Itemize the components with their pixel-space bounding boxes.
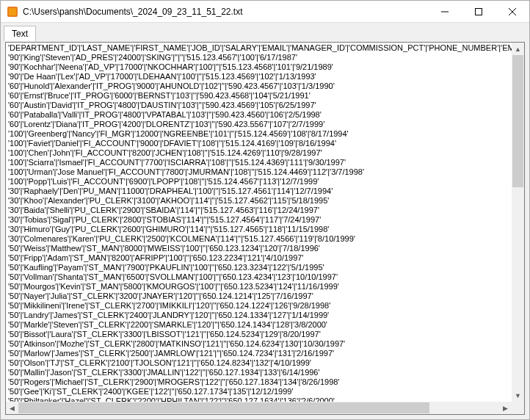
text-line: '60'|'Hunold'|'Alexander'|'IT_PROG'|'900…	[8, 82, 509, 91]
text-line: '50'|'Olson'|'TJ'|'ST_CLERK'|'2100'|'TJO…	[8, 358, 509, 368]
text-line: '30'|'Colmenares'|'Karen'|'PU_CLERK'|'25…	[8, 234, 509, 244]
scroll-right-icon[interactable]: ▶	[499, 402, 512, 414]
text-line: '50'|'Gee'|'Ki'|'ST_CLERK'|'2400'|'KGEE'…	[8, 387, 509, 397]
text-line: '60'|'Ernst'|'Bruce'|'IT_PROG'|'6000'|'B…	[8, 91, 509, 101]
text-line: '50'|'Mourgos'|'Kevin'|'ST_MAN'|'5800'|'…	[8, 282, 509, 292]
text-line: '100'|'Urman'|'Jose Manuel'|'FI_ACCOUNT'…	[8, 167, 509, 177]
text-line: '30'|'Baida'|'Shelli'|'PU_CLERK'|'2900'|…	[8, 206, 509, 215]
text-line: '90'|'Kochhar'|'Neena'|'AD_VP'|'17000'|'…	[8, 62, 509, 72]
tab-text[interactable]: Text	[4, 26, 36, 41]
text-line: '30'|'Himuro'|'Guy'|'PU_CLERK'|'2600'|'G…	[8, 225, 509, 234]
horizontal-scrollbar[interactable]: ◀ ▶	[6, 402, 512, 414]
text-line: '30'|'Tobias'|'Sigal'|'PU_CLERK'|'2800'|…	[8, 215, 509, 225]
vertical-scroll-thumb[interactable]	[512, 55, 523, 187]
titlebar[interactable]: C:\Users\pansh\Documents\_2024_09_23_11_…	[1, 1, 529, 23]
tabstrip: Text	[1, 23, 529, 40]
text-line: '90'|'King'|'Steven'|'AD_PRES'|'24000'|'…	[8, 53, 509, 62]
close-button[interactable]	[495, 1, 529, 23]
text-line: '50'|'Philtanker'|'Hazel'|'ST_CLERK'|'22…	[8, 397, 509, 402]
text-line: '50'|'Rogers'|'Michael'|'ST_CLERK'|'2900…	[8, 377, 509, 387]
text-line: '100'|'Chen'|'John'|'FI_ACCOUNT'|'8200'|…	[8, 148, 509, 158]
text-line: '30'|'Raphaely'|'Den'|'PU_MAN'|'11000'|'…	[8, 187, 509, 196]
text-line: '50'|'Mikkilineni'|'Irene'|'ST_CLERK'|'2…	[8, 301, 509, 311]
vertical-scrollbar[interactable]: ▲ ▼	[512, 43, 524, 402]
window-title: C:\Users\pansh\Documents\_2024_09_23_11_…	[23, 7, 428, 17]
scroll-up-icon[interactable]: ▲	[512, 43, 524, 55]
window: C:\Users\pansh\Documents\_2024_09_23_11_…	[0, 0, 530, 420]
text-line: '100'|'Sciarra'|'Ismael'|'FI_ACCOUNT'|'7…	[8, 158, 509, 167]
text-line: '60'|'Austin'|'David'|'IT_PROG'|'4800'|'…	[8, 101, 509, 110]
text-line: '90'|'De Haan'|'Lex'|'AD_VP'|'17000'|'LD…	[8, 72, 509, 82]
text-line: '60'|'Pataballa'|'Valli'|'IT_PROG'|'4800…	[8, 110, 509, 120]
text-line: '100'|'Faviet'|'Daniel'|'FI_ACCOUNT'|'90…	[8, 139, 509, 148]
text-line: '50'|'Kaufling'|'Payam'|'ST_MAN'|'7900'|…	[8, 263, 509, 272]
minimize-button[interactable]	[428, 1, 462, 23]
text-line: '30'|'Khoo'|'Alexander'|'PU_CLERK'|'3100…	[8, 196, 509, 206]
text-line: '50'|'Fripp'|'Adam'|'ST_MAN'|'8200'|'AFR…	[8, 253, 509, 263]
text-line: '50'|'Bissot'|'Laura'|'ST_CLERK'|'3300'|…	[8, 330, 509, 339]
text-line: '50'|'Atkinson'|'Mozhe'|'ST_CLERK'|'2800…	[8, 339, 509, 349]
text-line: '50'|'Mallin'|'Jason'|'ST_CLERK'|'3300'|…	[8, 368, 509, 377]
app-icon	[7, 6, 18, 18]
text-line: '50'|'Marlow'|'James'|'ST_CLERK'|'2500'|…	[8, 349, 509, 358]
textbox[interactable]: 'DEPARTMENT_ID'|'LAST_NAME'|'FIRST_NAME'…	[6, 43, 512, 402]
svg-rect-3	[476, 8, 482, 15]
text-line: '50'|'Nayer'|'Julia'|'ST_CLERK'|'3200'|'…	[8, 292, 509, 301]
scroll-down-icon[interactable]: ▼	[512, 389, 524, 402]
text-line: '100'|'Greenberg'|'Nancy'|'FI_MGR'|'1200…	[8, 129, 509, 139]
text-line: '60'|'Lorentz'|'Diana'|'IT_PROG'|'4200'|…	[8, 120, 509, 129]
text-line: '100'|'Popp'|'Luis'|'FI_ACCOUNT'|'6900'|…	[8, 177, 509, 187]
text-line: '50'|'Markle'|'Steven'|'ST_CLERK'|'2200'…	[8, 320, 509, 330]
scroll-corner	[512, 402, 524, 414]
text-line: 'DEPARTMENT_ID'|'LAST_NAME'|'FIRST_NAME'…	[8, 43, 509, 53]
content-area: 'DEPARTMENT_ID'|'LAST_NAME'|'FIRST_NAME'…	[1, 40, 529, 419]
svg-rect-1	[9, 8, 16, 15]
text-line: '50'|'Vollman'|'Shanta'|'ST_MAN'|'6500'|…	[8, 272, 509, 282]
horizontal-scroll-thumb[interactable]	[18, 402, 429, 413]
text-line: '50'|'Weiss'|'Matthew'|'ST_MAN'|'8000'|'…	[8, 244, 509, 253]
maximize-button[interactable]	[462, 1, 495, 23]
textbox-container: 'DEPARTMENT_ID'|'LAST_NAME'|'FIRST_NAME'…	[5, 42, 525, 415]
scroll-left-icon[interactable]: ◀	[6, 402, 18, 414]
text-line: '50'|'Landry'|'James'|'ST_CLERK'|'2400'|…	[8, 311, 509, 320]
